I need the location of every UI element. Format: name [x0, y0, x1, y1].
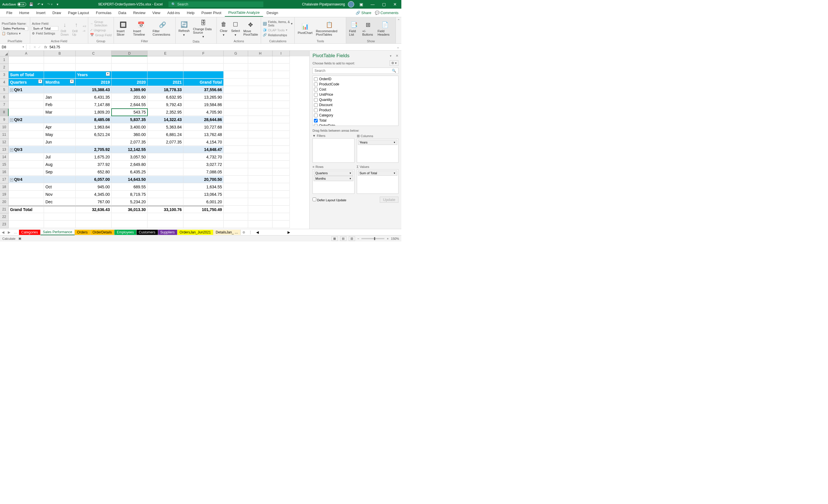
- cell[interactable]: [273, 64, 290, 71]
- cell[interactable]: [248, 138, 273, 146]
- tab-view[interactable]: View: [149, 9, 164, 16]
- cell[interactable]: [224, 64, 248, 71]
- tab-pivottable-analyze[interactable]: PivotTable Analyze: [225, 9, 263, 17]
- tab-nav-more[interactable]: …: [12, 230, 19, 234]
- value-cell[interactable]: 5,363.84: [148, 124, 183, 131]
- active-field-input[interactable]: [32, 26, 58, 31]
- cell[interactable]: [248, 176, 273, 183]
- field-item[interactable]: Quantity: [314, 97, 398, 102]
- undo-icon[interactable]: ↶ ▾: [36, 2, 44, 7]
- tab-draw[interactable]: Draw: [49, 9, 65, 16]
- tab-formulas[interactable]: Formulas: [92, 9, 115, 16]
- value-cell[interactable]: [148, 176, 183, 183]
- collapse-icon[interactable]: −: [10, 149, 13, 152]
- fx-icon[interactable]: fx: [43, 45, 49, 49]
- value-cell[interactable]: 1,963.84: [76, 124, 112, 131]
- tab-nav-next[interactable]: ▶: [6, 230, 12, 234]
- value-cell[interactable]: 4,705.90: [183, 109, 224, 116]
- cell[interactable]: [273, 206, 290, 213]
- value-cell[interactable]: 3,400.00: [112, 124, 148, 131]
- field-checkbox[interactable]: [314, 83, 318, 86]
- tab-home[interactable]: Home: [16, 9, 33, 16]
- cell[interactable]: [44, 56, 76, 64]
- cell[interactable]: [224, 191, 248, 198]
- cell[interactable]: [224, 101, 248, 109]
- cell[interactable]: [248, 64, 273, 71]
- cell[interactable]: [183, 56, 224, 64]
- sheet-tab-orders[interactable]: Orders: [75, 230, 90, 235]
- cell[interactable]: [273, 101, 290, 109]
- quarters-header[interactable]: Quarters▼: [9, 79, 44, 86]
- tab-file[interactable]: File: [3, 9, 16, 16]
- cell[interactable]: [148, 221, 183, 228]
- value-cell[interactable]: 7,088.05: [183, 168, 224, 176]
- share-button[interactable]: 🔗 Share: [356, 11, 371, 15]
- row-header[interactable]: 7: [0, 101, 9, 109]
- filter-connections-button[interactable]: 🔗Filter Connections: [152, 20, 174, 37]
- filter-dropdown-icon[interactable]: ▼: [70, 79, 74, 83]
- tab-power-pivot[interactable]: Power Pivot: [198, 9, 225, 16]
- value-cell[interactable]: 2,077.35: [148, 138, 183, 146]
- row-header[interactable]: 4: [0, 79, 9, 86]
- value-cell[interactable]: 28,644.86: [183, 116, 224, 123]
- month-label[interactable]: Nov: [44, 191, 76, 198]
- month-label[interactable]: Jan: [44, 94, 76, 101]
- normal-view-button[interactable]: ▦: [331, 236, 338, 241]
- cell[interactable]: [224, 56, 248, 64]
- cell[interactable]: [273, 94, 290, 101]
- value-cell[interactable]: 2,644.55: [112, 101, 148, 109]
- cell[interactable]: [224, 79, 248, 86]
- page-break-view-button[interactable]: ▧: [349, 236, 355, 241]
- cell[interactable]: [273, 183, 290, 191]
- cell[interactable]: [248, 191, 273, 198]
- collapse-icon[interactable]: −: [10, 89, 13, 92]
- field-checkbox[interactable]: [314, 77, 318, 81]
- value-cell[interactable]: 6,632.95: [148, 94, 183, 101]
- grand-total-row[interactable]: Grand Total: [9, 206, 44, 213]
- col-header[interactable]: I: [273, 51, 290, 56]
- tab-review[interactable]: Review: [130, 9, 149, 16]
- value-cell[interactable]: 32,636.43: [76, 206, 112, 213]
- quarter-row[interactable]: −Qtr3: [9, 146, 44, 153]
- row-header[interactable]: 12: [0, 138, 9, 146]
- row-header[interactable]: 15: [0, 161, 9, 168]
- group-selection-button[interactable]: → Group Selection: [90, 20, 112, 27]
- cell[interactable]: [148, 71, 183, 79]
- field-item[interactable]: UnitPrice: [314, 92, 398, 97]
- cell[interactable]: [224, 221, 248, 228]
- row-header[interactable]: 20: [0, 198, 9, 206]
- col-header[interactable]: C: [76, 51, 112, 56]
- field-checkbox[interactable]: [314, 98, 318, 102]
- value-cell[interactable]: [148, 198, 183, 206]
- area-item[interactable]: Sum of Total▼: [358, 170, 398, 176]
- pivot-title[interactable]: Sum of Total: [9, 71, 44, 79]
- cell[interactable]: [224, 183, 248, 191]
- value-cell[interactable]: [148, 191, 183, 198]
- month-label[interactable]: Oct: [44, 183, 76, 191]
- field-checkbox[interactable]: [314, 114, 318, 117]
- month-label[interactable]: [44, 206, 76, 213]
- cell[interactable]: [9, 183, 44, 191]
- value-cell[interactable]: 201.60: [112, 94, 148, 101]
- tab-design[interactable]: Design: [263, 9, 282, 16]
- year-header[interactable]: 2021: [148, 79, 183, 86]
- value-cell[interactable]: 1,809.20: [76, 109, 112, 116]
- value-cell[interactable]: 7,147.88: [76, 101, 112, 109]
- field-list-button[interactable]: 📑Field List: [348, 20, 360, 37]
- value-cell[interactable]: 18,778.33: [148, 86, 183, 93]
- quarter-row[interactable]: −Qtr4: [9, 176, 44, 183]
- cell[interactable]: [273, 79, 290, 86]
- field-pane-close-icon[interactable]: ✕: [396, 54, 399, 58]
- cell[interactable]: [9, 168, 44, 176]
- cell[interactable]: [183, 71, 224, 79]
- sheet-tab-detailsjan[interactable]: DetailsJan_ …: [213, 230, 241, 235]
- cell[interactable]: [112, 71, 148, 79]
- tab-addins[interactable]: Add-ins: [164, 9, 183, 16]
- row-header[interactable]: 9: [0, 116, 9, 124]
- value-cell[interactable]: 377.92: [76, 161, 112, 168]
- cell[interactable]: [248, 198, 273, 206]
- cell[interactable]: [76, 56, 112, 64]
- cell[interactable]: [224, 124, 248, 131]
- cell[interactable]: [9, 198, 44, 206]
- cell[interactable]: [273, 56, 290, 64]
